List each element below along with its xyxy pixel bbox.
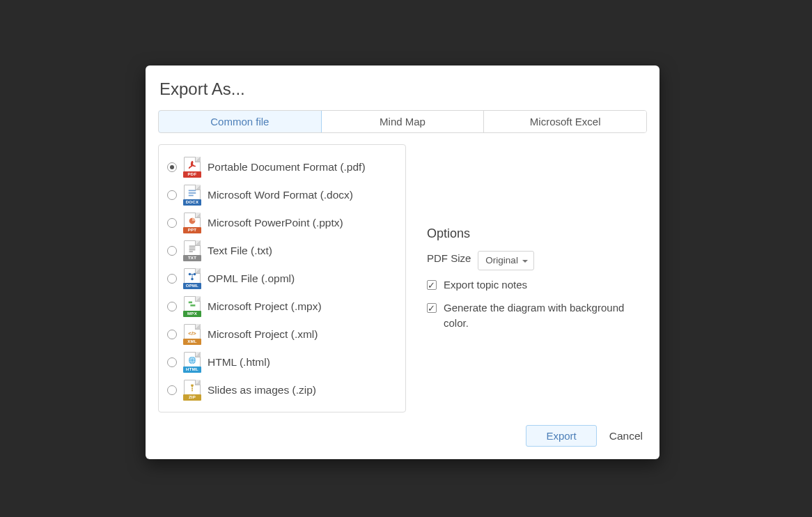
- txt-icon: TXT: [184, 240, 201, 261]
- tab-bar: Common fileMind MapMicrosoft Excel: [158, 110, 647, 133]
- export-notes-label: Export topic notes: [444, 277, 527, 293]
- pdf-size-label: PDF Size: [427, 251, 471, 267]
- format-row-zip[interactable]: ZIPSlides as images (.zip): [167, 376, 400, 404]
- tab-common-file[interactable]: Common file: [158, 110, 322, 133]
- format-label: Microsoft PowerPoint (.pptx): [208, 217, 343, 229]
- svg-rect-17: [192, 386, 193, 387]
- format-label: Portable Document Format (.pdf): [208, 161, 366, 173]
- format-radio[interactable]: [167, 162, 177, 172]
- format-radio[interactable]: [167, 190, 177, 200]
- format-radio[interactable]: [167, 274, 177, 284]
- format-row-xml[interactable]: </>XMLMicrosoft Project (.xml): [167, 321, 400, 348]
- zip-icon: ZIP: [184, 380, 201, 401]
- svg-rect-0: [189, 190, 196, 192]
- export-button[interactable]: Export: [526, 425, 596, 447]
- xml-icon: </>XML: [184, 324, 201, 345]
- svg-rect-12: [190, 304, 195, 307]
- pdf-size-row: PDF Size Original: [427, 251, 634, 270]
- format-radio[interactable]: [167, 330, 177, 339]
- format-radio[interactable]: [167, 302, 177, 311]
- svg-rect-4: [189, 246, 196, 247]
- format-row-mpx[interactable]: MPXMicrosoft Project (.mpx): [167, 293, 400, 321]
- format-row-opml[interactable]: OPMLOPML File (.opml): [167, 265, 400, 293]
- svg-text:</>: </>: [188, 330, 196, 337]
- format-row-html[interactable]: HTMLHTML (.html): [167, 348, 400, 376]
- dialog-title: Export As...: [159, 79, 647, 99]
- svg-rect-7: [189, 252, 193, 252]
- svg-rect-2: [189, 195, 194, 196]
- format-label: OPML File (.opml): [208, 272, 295, 285]
- bg-color-label: Generate the diagram with background col…: [444, 300, 634, 332]
- format-radio[interactable]: [167, 246, 177, 256]
- docx-icon: DOCX: [184, 185, 201, 206]
- cancel-button[interactable]: Cancel: [609, 430, 643, 442]
- format-label: Text File (.txt): [208, 245, 272, 257]
- svg-rect-1: [189, 192, 196, 194]
- pdf-size-dropdown[interactable]: Original: [478, 251, 534, 270]
- format-row-ppt[interactable]: PPTMicrosoft PowerPoint (.pptx): [167, 209, 400, 237]
- format-label: Microsoft Word Format (.docx): [208, 189, 353, 201]
- format-label: Slides as images (.zip): [208, 384, 316, 396]
- svg-rect-11: [189, 302, 192, 304]
- tab-microsoft-excel[interactable]: Microsoft Excel: [483, 111, 646, 132]
- format-label: Microsoft Project (.xml): [208, 328, 318, 341]
- options-heading: Options: [427, 226, 634, 241]
- format-radio[interactable]: [167, 357, 177, 367]
- html-icon: HTML: [184, 352, 201, 373]
- format-radio[interactable]: [167, 385, 177, 395]
- format-row-pdf[interactable]: PDFPortable Document Format (.pdf): [167, 153, 400, 181]
- pdf-icon: PDF: [184, 157, 201, 178]
- opml-icon: OPML: [184, 268, 201, 289]
- format-list[interactable]: PDFPortable Document Format (.pdf)DOCXMi…: [158, 144, 406, 412]
- format-row-txt[interactable]: TXTText File (.txt): [167, 237, 400, 265]
- dialog-footer: Export Cancel: [158, 425, 647, 447]
- export-notes-row[interactable]: Export topic notes: [427, 277, 634, 293]
- svg-rect-5: [189, 247, 196, 248]
- format-label: Microsoft Project (.mpx): [208, 300, 322, 313]
- format-radio[interactable]: [167, 218, 177, 228]
- svg-point-14: [189, 357, 196, 364]
- svg-rect-16: [191, 385, 194, 387]
- export-dialog: Export As... Common fileMind MapMicrosof…: [146, 65, 659, 459]
- svg-rect-19: [192, 390, 193, 392]
- bg-color-row[interactable]: Generate the diagram with background col…: [427, 300, 634, 332]
- mpx-icon: MPX: [184, 296, 201, 317]
- svg-rect-18: [192, 388, 193, 389]
- format-row-docx[interactable]: DOCXMicrosoft Word Format (.docx): [167, 181, 400, 209]
- tab-mind-map[interactable]: Mind Map: [321, 111, 484, 132]
- export-notes-checkbox[interactable]: [427, 280, 437, 290]
- dialog-body: PDFPortable Document Format (.pdf)DOCXMi…: [158, 144, 647, 412]
- options-panel: Options PDF Size Original Export topic n…: [427, 144, 647, 412]
- format-label: HTML (.html): [208, 356, 270, 369]
- pptx-icon: PPT: [184, 213, 201, 233]
- bg-color-checkbox[interactable]: [427, 303, 437, 313]
- svg-rect-6: [189, 249, 196, 250]
